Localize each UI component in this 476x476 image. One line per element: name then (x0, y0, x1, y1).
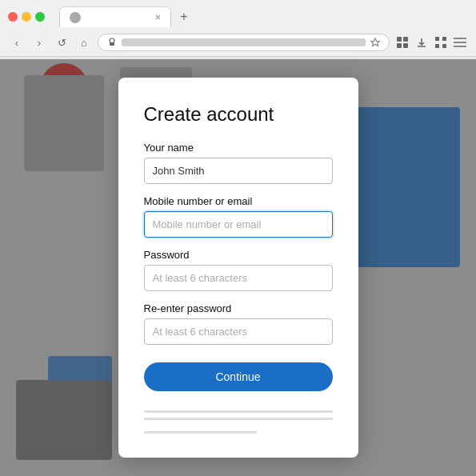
menu-icon[interactable] (452, 34, 468, 50)
download-icon[interactable] (414, 34, 430, 50)
name-label: Your name (144, 142, 333, 154)
lock-icon (106, 37, 118, 48)
reenter-password-input[interactable] (144, 318, 333, 345)
apps-icon[interactable] (433, 34, 449, 50)
divider-lines (144, 410, 333, 434)
reenter-password-field-group: Re-enter password (144, 302, 333, 345)
svg-rect-12 (442, 44, 446, 48)
svg-rect-9 (435, 37, 439, 41)
tab-favicon (70, 12, 81, 23)
divider-line-2 (144, 418, 333, 420)
modal-overlay: Create account Your name Mobile number o… (0, 59, 476, 476)
nav-right-icons (394, 34, 468, 50)
password-label: Password (144, 249, 333, 261)
email-field-group: Mobile number or email (144, 195, 333, 238)
extensions-icon[interactable] (394, 34, 410, 50)
new-tab-button[interactable]: + (174, 7, 194, 26)
maximize-window-button[interactable] (35, 12, 45, 22)
divider-line-3 (144, 431, 258, 434)
svg-rect-5 (397, 43, 402, 48)
home-button[interactable]: ⌂ (75, 34, 93, 51)
address-text (122, 38, 366, 46)
close-window-button[interactable] (8, 12, 18, 22)
reenter-password-label: Re-enter password (144, 302, 333, 314)
modal-title: Create account (144, 103, 333, 126)
minimize-window-button[interactable] (22, 12, 31, 22)
divider-line-1 (144, 410, 333, 413)
password-input[interactable] (144, 265, 333, 291)
address-bar-icons (106, 37, 118, 48)
nav-bar: ‹ › ↺ ⌂ (0, 30, 476, 56)
password-field-group: Password (144, 249, 333, 291)
continue-button[interactable]: Continue (144, 362, 333, 391)
divider-spacer (144, 425, 333, 431)
svg-rect-10 (442, 37, 446, 41)
browser-tab[interactable]: × (59, 6, 171, 27)
svg-rect-3 (397, 37, 402, 42)
name-field-group: Your name (144, 142, 333, 184)
forward-button[interactable]: › (30, 34, 48, 51)
back-button[interactable]: ‹ (8, 34, 26, 51)
tab-bar: × + (51, 6, 202, 27)
email-label: Mobile number or email (144, 195, 333, 207)
reload-button[interactable]: ↺ (53, 34, 70, 51)
svg-marker-2 (371, 38, 379, 46)
tab-close-icon[interactable]: × (154, 11, 161, 23)
svg-rect-6 (403, 43, 408, 48)
title-bar: × + (0, 0, 476, 30)
name-input[interactable] (144, 158, 333, 184)
address-bar[interactable] (98, 34, 390, 51)
email-input[interactable] (144, 211, 333, 238)
create-account-modal: Create account Your name Mobile number o… (118, 78, 358, 458)
svg-rect-4 (403, 37, 408, 42)
browser-chrome: × + ‹ › ↺ ⌂ (0, 0, 476, 57)
window-controls (8, 12, 45, 22)
svg-rect-1 (110, 42, 114, 46)
star-icon[interactable] (370, 37, 381, 48)
svg-rect-11 (435, 44, 439, 48)
